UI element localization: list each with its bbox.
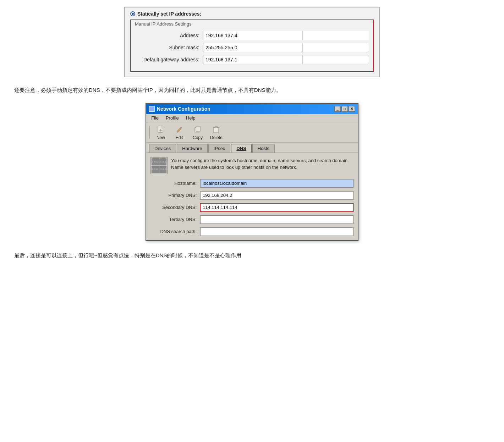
secondary-dns-label: Secondary DNS: <box>150 205 200 210</box>
menu-file[interactable]: File <box>148 115 162 121</box>
address-input-extra[interactable] <box>302 31 369 40</box>
address-label: Address: <box>135 33 203 38</box>
primary-dns-input[interactable] <box>200 191 354 200</box>
tertiary-dns-label: Tertiary DNS: <box>150 217 200 222</box>
static-ip-row: Statically set IP addresses: <box>130 11 374 17</box>
address-inputs <box>203 31 369 40</box>
dns-form: Hostname: Primary DNS: Secondary DNS: <box>150 179 354 236</box>
paragraph-2: 最后，连接是可以连接上，但行吧~但感觉有点慢，特别是在DNS的时候，不知道是不是… <box>14 251 490 260</box>
svg-rect-0 <box>158 126 163 132</box>
window-content: 1.4.5.2 2.3.1.2 3.5.5.1 1.5.6.5 You may … <box>146 153 358 240</box>
dns-search-path-label: DNS search path: <box>150 229 200 234</box>
dns-search-path-row: DNS search path: <box>150 227 354 236</box>
dns-description-text: You may configure the system's hostname,… <box>171 157 354 171</box>
hostname-input[interactable] <box>200 179 354 188</box>
maximize-button[interactable]: □ <box>341 106 348 112</box>
manual-ip-group: Manual IP Address Settings Address: Subn… <box>130 20 374 72</box>
delete-icon <box>211 125 221 134</box>
tertiary-dns-input[interactable] <box>200 215 354 224</box>
window-icon <box>149 106 155 112</box>
gateway-input-extra[interactable] <box>302 55 369 64</box>
toolbar-copy-button[interactable]: Copy <box>189 124 207 141</box>
tab-devices[interactable]: Devices <box>149 144 176 153</box>
dns-icon-cell-3: 3.5.5.1 <box>152 166 159 173</box>
dns-search-path-input[interactable] <box>200 227 354 236</box>
titlebar-left: Network Configuration <box>149 106 210 112</box>
subnet-row: Subnet mask: <box>135 43 369 52</box>
subnet-input-extra[interactable] <box>302 43 369 52</box>
paragraph-1: 还要注意，必须手动指定有效的DNS，不要指成内网某个IP，因为同样的，此时只是普… <box>14 85 490 95</box>
titlebar-controls: _ □ ✕ <box>334 106 355 112</box>
dns-icon-cell-2: 2.3.1.2 <box>159 158 167 166</box>
close-button[interactable]: ✕ <box>349 106 355 112</box>
menu-profile[interactable]: Profile <box>162 115 182 121</box>
new-icon <box>156 125 166 134</box>
primary-dns-label: Primary DNS: <box>150 193 200 198</box>
svg-rect-6 <box>214 128 219 133</box>
tab-ipsec[interactable]: IPsec <box>208 144 231 153</box>
ip-address-row: Address: <box>135 31 369 40</box>
toolbar-new-button[interactable]: New <box>152 124 170 141</box>
dns-description-row: 1.4.5.2 2.3.1.2 3.5.5.1 1.5.6.5 You may … <box>150 157 354 174</box>
ip-settings-section: Statically set IP addresses: Manual IP A… <box>14 7 490 77</box>
gateway-input-main[interactable] <box>203 55 302 64</box>
window-titlebar: Network Configuration _ □ ✕ <box>146 104 358 114</box>
edit-icon <box>174 125 184 134</box>
dns-icon-cell-4: 1.5.6.5 <box>159 166 167 173</box>
copy-label: Copy <box>193 135 203 140</box>
svg-rect-5 <box>196 126 200 132</box>
window-menubar: File Profile Help <box>146 114 358 122</box>
menu-help[interactable]: Help <box>182 115 199 121</box>
primary-dns-row: Primary DNS: <box>150 191 354 200</box>
ip-settings-box: Statically set IP addresses: Manual IP A… <box>124 7 380 77</box>
secondary-dns-wrapper <box>200 203 354 212</box>
address-input-main[interactable] <box>203 31 302 40</box>
subnet-inputs <box>203 43 369 52</box>
tab-hardware[interactable]: Hardware <box>177 144 207 153</box>
tab-hosts[interactable]: Hosts <box>252 144 275 153</box>
tab-dns[interactable]: DNS <box>231 144 251 153</box>
dns-icon-cell-1: 1.4.5.2 <box>152 158 159 166</box>
new-label: New <box>157 135 165 140</box>
subnet-input-main[interactable] <box>203 43 302 52</box>
edit-label: Edit <box>176 135 183 140</box>
window-toolbar: New Edit <box>146 122 358 143</box>
gateway-inputs <box>203 55 369 64</box>
static-ip-radio[interactable] <box>130 11 135 16</box>
manual-ip-title: Manual IP Address Settings <box>135 21 369 27</box>
subnet-label: Subnet mask: <box>135 45 203 50</box>
window-tabs: Devices Hardware IPsec DNS Hosts <box>146 143 358 153</box>
dns-icon: 1.4.5.2 2.3.1.2 3.5.5.1 1.5.6.5 <box>150 157 168 174</box>
window-title: Network Configuration <box>157 106 210 112</box>
hostname-row: Hostname: <box>150 179 354 188</box>
netconfig-window: Network Configuration _ □ ✕ File Profile… <box>146 103 358 241</box>
delete-label: Delete <box>210 135 223 140</box>
gateway-row: Default gateway address: <box>135 55 369 64</box>
netconfig-wrapper: Network Configuration _ □ ✕ File Profile… <box>14 103 490 241</box>
secondary-dns-input[interactable] <box>201 204 353 211</box>
copy-icon <box>193 125 203 134</box>
svg-rect-8 <box>215 126 217 128</box>
minimize-button[interactable]: _ <box>334 106 341 112</box>
toolbar-delete-button[interactable]: Delete <box>207 124 225 141</box>
toolbar-edit-button[interactable]: Edit <box>170 124 188 141</box>
hostname-label: Hostname: <box>150 181 200 186</box>
toolbar-separator <box>149 126 150 139</box>
secondary-dns-row: Secondary DNS: <box>150 203 354 212</box>
gateway-label: Default gateway address: <box>135 57 203 62</box>
static-ip-label: Statically set IP addresses: <box>137 11 201 17</box>
tertiary-dns-row: Tertiary DNS: <box>150 215 354 224</box>
